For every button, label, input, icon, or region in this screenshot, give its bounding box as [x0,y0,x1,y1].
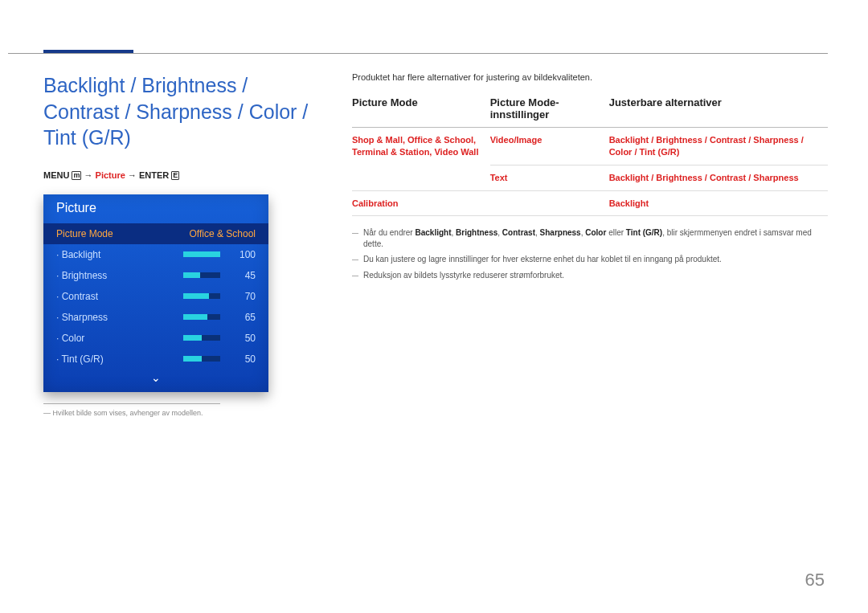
osd-row-tint[interactable]: Tint (G/R) 50 [43,349,268,370]
osd-row-brightness[interactable]: Brightness 45 [43,265,268,286]
footnote-divider [43,403,220,404]
note-text: Når du endrer Backlight, Brightness, Con… [363,227,828,249]
slider-fill [183,251,220,257]
options-table: Picture Mode Picture Mode-innstillinger … [352,96,828,216]
note-line: ― Reduksjon av bildets lysstyrke reduser… [352,270,828,281]
slider-track[interactable] [183,335,220,341]
right-column: Produktet har flere alternativer for jus… [352,72,828,417]
table-cell: Text [490,165,609,190]
osd-label: Contrast [56,291,183,302]
chevron-down-icon[interactable]: ⌄ [43,370,268,386]
page-title: Backlight / Brightness / Contrast / Shar… [43,72,317,151]
table-row: Calibration Backlight [352,190,828,216]
slider-fill [183,314,207,320]
nav-picture: Picture [96,170,125,180]
table-cell: Backlight [609,190,828,216]
table-cell: Video/Image [490,128,609,166]
left-column: Backlight / Brightness / Contrast / Shar… [43,72,317,417]
notes-block: ― Når du endrer Backlight, Brightness, C… [352,227,828,280]
slider-fill [183,272,200,278]
footnote-mark: ― [43,409,51,417]
osd-row-backlight[interactable]: Backlight 100 [43,244,268,265]
slider-track[interactable] [183,356,220,362]
slider-track[interactable] [183,293,220,299]
osd-row-sharpness[interactable]: Sharpness 65 [43,307,268,328]
table-cell: Shop & Mall, Office & School, Terminal &… [352,128,490,191]
note-mark-icon: ― [352,254,358,265]
osd-panel-title: Picture [43,194,268,223]
osd-label: Tint (G/R) [56,353,183,365]
table-cell [490,190,609,216]
osd-value: Office & School [190,228,256,239]
slider-fill [183,335,202,341]
page-number: 65 [805,570,825,591]
osd-row-contrast[interactable]: Contrast 70 [43,286,268,307]
osd-label: Backlight [56,249,183,260]
slider-track[interactable] [183,272,220,278]
osd-value: 50 [230,333,256,344]
osd-label: Picture Mode [56,228,190,239]
document-page: Backlight / Brightness / Contrast / Shar… [0,0,868,613]
note-text: Reduksjon av bildets lysstyrke reduserer… [363,270,564,281]
osd-label: Brightness [56,270,183,281]
table-cell: Backlight / Brightness / Contrast / Shar… [609,128,828,166]
osd-value: 65 [230,312,256,323]
note-text: Du kan justere og lagre innstillinger fo… [363,254,722,265]
menu-icon: m [72,171,81,180]
table-cell: Backlight / Brightness / Contrast / Shar… [609,165,828,190]
note-line: ― Du kan justere og lagre innstillinger … [352,254,828,265]
osd-picture-panel: Picture Picture Mode Office & School Bac… [43,194,268,392]
osd-value: 45 [230,270,256,281]
nav-enter: ENTER [139,170,169,180]
slider-fill [183,356,202,362]
note-line: ― Når du endrer Backlight, Brightness, C… [352,227,828,249]
osd-row-color[interactable]: Color 50 [43,328,268,349]
osd-value: 50 [230,353,256,365]
osd-row-picture-mode[interactable]: Picture Mode Office & School [43,223,268,244]
nav-arrow: → [128,170,139,180]
footnote-text: Hvilket bilde som vises, avhenger av mod… [53,409,203,417]
note-mark-icon: ― [352,227,358,249]
table-header: Justerbare alternativer [609,96,828,128]
accent-bar [43,50,133,53]
nav-menu: MENU [43,170,69,180]
table-header: Picture Mode [352,96,490,128]
osd-label: Sharpness [56,312,183,323]
slider-track[interactable] [183,314,220,320]
top-divider [8,53,828,54]
slider-track[interactable] [183,251,220,257]
footnote: ― Hvilket bilde som vises, avhenger av m… [43,409,317,417]
table-cell: Calibration [352,190,490,216]
note-mark-icon: ― [352,270,358,281]
breadcrumb: MENU m → Picture → ENTER E [43,170,317,180]
osd-value: 70 [230,291,256,302]
table-row: Shop & Mall, Office & School, Terminal &… [352,128,828,166]
slider-fill [183,293,209,299]
osd-value: 100 [230,249,256,260]
intro-text: Produktet har flere alternativer for jus… [352,72,828,82]
table-header: Picture Mode-innstillinger [490,96,609,128]
osd-label: Color [56,333,183,344]
enter-icon: E [171,171,179,180]
nav-arrow: → [84,170,96,180]
